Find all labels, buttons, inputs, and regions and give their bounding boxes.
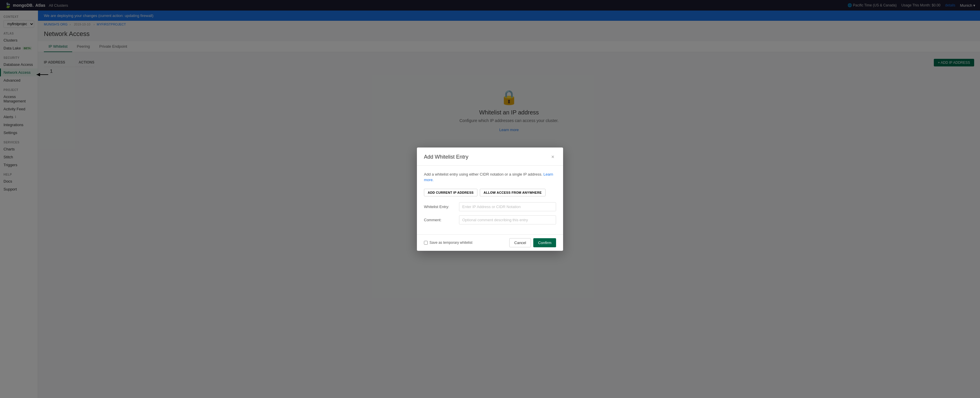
cancel-button[interactable]: Cancel (509, 238, 531, 247)
whitelist-entry-input[interactable] (459, 202, 556, 211)
modal-title: Add Whitelist Entry (424, 154, 468, 160)
comment-row: Comment: (424, 216, 556, 224)
modal-action-buttons: ADD CURRENT IP ADDRESS ALLOW ACCESS FROM… (424, 189, 556, 197)
whitelist-entry-label: Whitelist Entry: (424, 205, 459, 209)
temporary-whitelist-text: Save as temporary whitelist (430, 241, 473, 245)
modal-close-button[interactable]: × (549, 153, 556, 161)
modal-description: Add a whitelist entry using either CIDR … (424, 171, 556, 183)
confirm-button[interactable]: Confirm (533, 238, 556, 247)
modal-body: Add a whitelist entry using either CIDR … (417, 166, 563, 234)
modal-footer: Save as temporary whitelist Cancel Confi… (417, 234, 563, 251)
whitelist-entry-row: Whitelist Entry: (424, 202, 556, 211)
allow-anywhere-button[interactable]: ALLOW ACCESS FROM ANYWHERE (480, 189, 546, 197)
modal-footer-buttons: Cancel Confirm (509, 238, 556, 247)
add-current-ip-button[interactable]: ADD CURRENT IP ADDRESS (424, 189, 477, 197)
modal-header: Add Whitelist Entry × (417, 147, 563, 166)
temporary-whitelist-checkbox[interactable] (424, 241, 428, 245)
comment-input[interactable] (459, 216, 556, 224)
temporary-whitelist-checkbox-label[interactable]: Save as temporary whitelist (424, 241, 473, 245)
modal-dialog: Add Whitelist Entry × Add a whitelist en… (417, 147, 563, 251)
modal-overlay[interactable]: Add Whitelist Entry × Add a whitelist en… (0, 0, 980, 398)
comment-label: Comment: (424, 218, 459, 222)
